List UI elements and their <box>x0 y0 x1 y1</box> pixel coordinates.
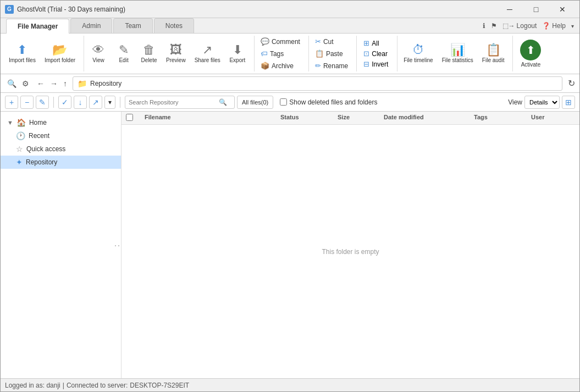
minimize-button[interactable]: ─ <box>497 1 522 18</box>
addr-back-button[interactable]: ← <box>35 78 47 89</box>
activate-icon: ⬆ <box>520 40 541 60</box>
toolbar-dropdown-button[interactable]: ▾ <box>104 96 115 109</box>
export-button[interactable]: ⬇ Export <box>225 41 250 67</box>
show-deleted-input[interactable] <box>280 98 287 106</box>
tab-notes[interactable]: Notes <box>154 18 194 33</box>
check-button[interactable]: ✓ <box>58 96 71 109</box>
export-label: Export <box>229 57 245 64</box>
file-timeline-icon: ⏱ <box>412 44 424 56</box>
archive-button[interactable]: 📦 Archive <box>257 60 304 71</box>
view-grid-button[interactable]: ⊞ <box>562 96 575 109</box>
extras-group: 💬 Comment 🏷 Tags 📦 Archive <box>257 36 304 71</box>
close-button[interactable]: ✕ <box>550 1 575 18</box>
comment-button[interactable]: 💬 Comment <box>257 36 304 47</box>
import-files-button[interactable]: ⬆ Import files <box>5 41 40 67</box>
search-icon: 🔍 <box>219 98 227 106</box>
cut-icon: ✂ <box>315 37 321 46</box>
info-button[interactable]: ℹ <box>483 22 485 30</box>
toolbar-separator-1 <box>53 97 54 108</box>
show-deleted-checkbox[interactable]: Show deleted files and folders <box>280 98 377 106</box>
delete-icon: 🗑 <box>143 44 155 56</box>
addr-options-icon[interactable]: ⚙ <box>20 78 31 89</box>
download-button[interactable]: ↓ <box>74 96 87 109</box>
view-select[interactable]: Details Icons List <box>524 96 560 109</box>
all-files-badge[interactable]: All files(0) <box>237 96 273 109</box>
sidebar-resizer[interactable]: ⋮ <box>118 112 121 378</box>
empty-message: This folder is empty <box>322 248 379 256</box>
addr-search-icon[interactable]: 🔍 <box>5 78 19 89</box>
logout-icon: ⬚→ <box>502 22 515 30</box>
select-clear-button[interactable]: ⊡ Clear <box>361 49 390 58</box>
header-dropdown-button[interactable]: ▾ <box>571 23 574 29</box>
select-all-checkbox[interactable] <box>126 114 133 121</box>
file-area: Filename Status Size Date modified Tags … <box>121 112 579 378</box>
file-audit-label: File audit <box>482 57 505 64</box>
tab-file-manager[interactable]: File Manager <box>6 19 69 34</box>
edit-button[interactable]: ✎ Edit <box>112 41 136 67</box>
import-files-icon: ⬆ <box>17 44 27 56</box>
select-invert-icon: ⊟ <box>363 60 369 68</box>
search-input[interactable] <box>129 99 217 106</box>
tab-admin[interactable]: Admin <box>70 18 112 33</box>
select-clear-icon: ⊡ <box>363 49 369 58</box>
help-button[interactable]: ❓ Help <box>542 22 566 30</box>
paste-button[interactable]: 📋 Paste <box>311 48 352 59</box>
window-controls: ─ □ ✕ <box>497 1 575 18</box>
address-bar: 🔍 ⚙ ← → ↑ 📁 Repository ↻ <box>1 74 579 93</box>
sidebar-home-label: Home <box>29 119 47 126</box>
col-tags[interactable]: Tags <box>474 114 529 122</box>
file-audit-icon: 📋 <box>486 44 501 56</box>
archive-label: Archive <box>272 62 294 70</box>
address-path[interactable]: 📁 Repository <box>73 76 562 91</box>
logout-button[interactable]: ⬚→ Logout <box>502 22 537 30</box>
col-status[interactable]: Status <box>280 114 335 122</box>
title-bar-left: G GhostVolt (Trial - 30 Days remaining) <box>5 5 125 14</box>
col-date-modified[interactable]: Date modified <box>384 114 472 122</box>
paste-label: Paste <box>326 50 343 58</box>
file-toolbar: + − ✎ ✓ ↓ ↗ ▾ 🔍 All files(0) Show delete… <box>1 93 579 112</box>
sidebar-item-recent[interactable]: 🕐 Recent <box>1 129 121 142</box>
sidebar-item-home[interactable]: ▼ 🏠 Home <box>1 116 121 129</box>
col-checkbox[interactable] <box>126 114 142 122</box>
addr-forward-button[interactable]: → <box>48 78 60 89</box>
col-user[interactable]: User <box>531 114 575 122</box>
select-invert-button[interactable]: ⊟ Invert <box>361 59 390 69</box>
share-button[interactable]: ↗ <box>89 96 102 109</box>
import-folder-button[interactable]: 📂 Import folder <box>41 41 79 67</box>
maximize-button[interactable]: □ <box>523 1 549 18</box>
rename-button[interactable]: ✏ Rename <box>311 60 352 71</box>
col-size[interactable]: Size <box>338 114 382 122</box>
share-files-button[interactable]: ↗ Share files <box>191 41 224 67</box>
server-name: DESKTOP-7S29EIT <box>130 382 189 389</box>
repository-icon: ✦ <box>16 158 23 167</box>
ribbon-group-manage: 👁 View ✎ Edit 🗑 Delete 🖼 Preview ↗ Share… <box>86 36 255 71</box>
file-timeline-button[interactable]: ⏱ File timeline <box>400 41 437 67</box>
ribbon-group-select: ⊞ All ⊡ Clear ⊟ Invert <box>359 36 397 71</box>
tags-button[interactable]: 🏷 Tags <box>257 48 304 59</box>
cut-button[interactable]: ✂ Cut <box>311 36 352 47</box>
sidebar-item-quick-access[interactable]: ☆ Quick access <box>1 142 121 156</box>
remove-button[interactable]: − <box>20 96 34 109</box>
ribbon-group-extras: 💬 Comment 🏷 Tags 📦 Archive <box>257 36 309 71</box>
view-button[interactable]: 👁 View <box>86 41 111 67</box>
delete-button[interactable]: 🗑 Delete <box>137 41 161 67</box>
col-filename[interactable]: Filename <box>145 114 278 122</box>
file-statistics-button[interactable]: 📊 File statistics <box>438 41 477 67</box>
tab-bar: File Manager Admin Team Notes ℹ ⚑ ⬚→ Log… <box>1 18 579 34</box>
edit-icon: ✎ <box>119 44 129 56</box>
activate-button[interactable]: ⬆ Activate <box>515 37 546 71</box>
activate-label: Activate <box>521 62 541 68</box>
file-audit-button[interactable]: 📋 File audit <box>478 41 509 67</box>
sidebar-item-repository[interactable]: ✦ Repository <box>1 156 121 169</box>
new-folder-button[interactable]: + <box>5 96 18 109</box>
addr-refresh-button[interactable]: ↻ <box>568 78 575 89</box>
preview-button[interactable]: 🖼 Preview <box>162 41 190 67</box>
flag-button[interactable]: ⚑ <box>491 22 497 30</box>
toolbar-separator-2 <box>120 97 120 108</box>
select-all-button[interactable]: ⊞ All <box>361 38 390 48</box>
select-all-label: All <box>372 40 379 47</box>
preview-icon: 🖼 <box>170 44 182 56</box>
tab-team[interactable]: Team <box>113 18 152 33</box>
addr-up-button[interactable]: ↑ <box>61 78 69 89</box>
edit-file-button[interactable]: ✎ <box>36 96 49 109</box>
